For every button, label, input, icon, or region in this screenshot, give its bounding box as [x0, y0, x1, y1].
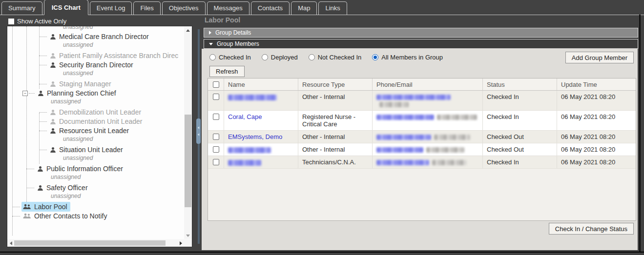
row-checkbox[interactable] — [213, 94, 219, 100]
tree-node-other-contacts-to-notify[interactable]: Other Contacts to Notify — [8, 212, 184, 220]
tree-node-documentation-unit-leader[interactable]: Documentation Unit Leader — [8, 117, 184, 126]
tab-summary[interactable]: Summary — [1, 1, 42, 15]
tree-node-content: Situation Unit Leader — [48, 145, 126, 155]
radio-deployed[interactable]: Deployed — [262, 54, 298, 61]
update-time-cell: 06 May 2021 08:20 — [557, 111, 636, 130]
tree-node-planning-section-chief[interactable]: −Planning Section Chief — [8, 89, 184, 98]
tree-node-situation-unit-leader[interactable]: Situation Unit Leader — [8, 145, 184, 154]
table-row: Other - InternalChecked In06 May 2021 08… — [208, 91, 636, 111]
tree-connector — [39, 37, 47, 37]
resource-type-cell: Other - Internal — [298, 131, 373, 143]
radio-button-icon[interactable] — [309, 54, 315, 60]
tree-node-safety-officer[interactable]: Safety Officer — [8, 183, 184, 192]
radio-button-icon[interactable] — [209, 54, 216, 60]
scroll-down-icon[interactable] — [184, 232, 192, 239]
status-cell: Checked In — [483, 156, 557, 168]
person-icon — [50, 118, 56, 125]
radio-not-checked-in[interactable]: Not Checked In — [309, 54, 362, 61]
chevron-down-icon — [209, 43, 213, 45]
tree-connector — [29, 93, 35, 94]
tree-node-staging-manager[interactable]: Staging Manager — [8, 79, 184, 88]
status-cell: Checked Out — [483, 143, 557, 156]
tab-files[interactable]: Files — [133, 1, 160, 15]
group-members-label: Group Members — [217, 40, 259, 47]
tree-node-content: Safety Officer — [36, 183, 91, 193]
tree-vertical-scrollbar[interactable] — [184, 27, 192, 239]
members-table-body: Other - InternalChecked In06 May 2021 08… — [208, 91, 636, 169]
tree-connector — [39, 56, 47, 56]
tab-contacts[interactable]: Contacts — [251, 1, 290, 15]
tree-node-label: Labor Pool — [34, 203, 67, 211]
group-members-section-header[interactable]: Group Members — [204, 39, 638, 49]
select-all-checkbox[interactable] — [213, 81, 219, 88]
table-row: Other - InternalChecked Out06 May 2021 0… — [208, 143, 636, 156]
add-group-member-button[interactable]: Add Group Member — [565, 52, 634, 63]
radio-button-icon[interactable] — [262, 54, 268, 60]
app-window: SummaryICS ChartEvent LogFilesObjectives… — [0, 0, 644, 255]
column-header-phone-email: Phone/Email — [373, 78, 483, 90]
redacted-member-name[interactable] — [228, 95, 277, 100]
member-name-link[interactable]: EMSystems, Demo — [228, 133, 282, 140]
splitter-collapse-handle[interactable] — [196, 118, 201, 144]
tree-node-content: Other Contacts to Notify — [21, 211, 110, 221]
group-icon — [23, 213, 31, 219]
row-checkbox[interactable] — [213, 146, 219, 153]
tree-node-labor-pool[interactable]: Labor Pool — [8, 202, 184, 211]
redacted-phone — [437, 115, 477, 120]
window-right-border — [639, 15, 641, 252]
member-filter-radios: Checked InDeployedNot Checked InAll Memb… — [209, 54, 443, 61]
labor-pool-panel: Labor Pool Group Details Group Members C… — [202, 15, 638, 251]
redacted-phone — [434, 135, 470, 140]
row-checkbox[interactable] — [213, 159, 219, 165]
scrollbar-corner — [184, 239, 192, 247]
group-details-label: Group Details — [215, 29, 251, 36]
tab-links[interactable]: Links — [318, 1, 347, 15]
tree-node-content: Staging Manager — [48, 79, 114, 89]
row-checkbox[interactable] — [213, 134, 219, 140]
resource-type-cell: Registered Nurse - Critical Care — [298, 111, 373, 130]
radio-all-members-in-group[interactable]: All Members in Group — [372, 54, 443, 61]
tree-node-sublabel: unassigned — [8, 174, 184, 181]
radio-button-icon[interactable] — [372, 54, 378, 60]
tree-node-resources-unit-leader[interactable]: Resources Unit Leader — [8, 126, 184, 135]
update-time-cell: 06 May 2021 08:20 — [557, 156, 636, 168]
tree-node-content: Security Branch Director — [48, 60, 136, 70]
panel-title: Labor Pool — [205, 16, 240, 24]
tree-connector — [39, 131, 47, 131]
tree-node-label: Patient Family Assistance Branch Direc — [59, 52, 178, 59]
collapse-left-icon — [198, 133, 200, 136]
tab-event-log[interactable]: Event Log — [90, 1, 132, 15]
tree-horizontal-scrollbar[interactable] — [7, 239, 184, 247]
group-details-section-header[interactable]: Group Details — [204, 28, 638, 38]
tree-node-medical-care-branch-director[interactable]: Medical Care Branch Director — [8, 32, 184, 41]
tree-node-content: Public Information Officer — [36, 164, 126, 174]
row-checkbox[interactable] — [213, 114, 219, 120]
column-header-update-time: Update Time — [557, 78, 636, 90]
radio-checked-in[interactable]: Checked In — [209, 54, 251, 61]
tab-ics-chart[interactable]: ICS Chart — [44, 0, 88, 15]
redacted-member-name[interactable] — [228, 160, 261, 166]
radio-label: All Members in Group — [381, 54, 443, 61]
show-active-only-checkbox[interactable] — [8, 19, 14, 24]
tree-vscroll-thumb[interactable] — [185, 115, 191, 207]
tree-node-content: Planning Section Chief — [36, 88, 119, 98]
scroll-right-icon[interactable] — [177, 239, 184, 247]
redacted-member-name[interactable] — [228, 147, 271, 153]
tab-messages[interactable]: Messages — [207, 1, 249, 15]
tree-hscroll-thumb[interactable] — [14, 240, 166, 246]
tab-map[interactable]: Map — [291, 1, 317, 15]
member-name-link[interactable]: Coral, Cape — [228, 113, 262, 120]
check-in-change-status-button[interactable]: Check In / Change Status — [549, 223, 634, 235]
tree-node-demobilization-unit-leader[interactable]: Demobilization Unit Leader — [8, 108, 184, 117]
tree-node-security-branch-director[interactable]: Security Branch Director — [8, 60, 184, 69]
refresh-button[interactable]: Refresh — [209, 66, 245, 77]
tree-connector — [26, 188, 34, 188]
tree-node-public-information-officer[interactable]: Public Information Officer — [8, 164, 184, 173]
collapse-minus-icon[interactable]: − — [22, 91, 28, 96]
tab-objectives[interactable]: Objectives — [162, 1, 206, 15]
tree-node-patient-family-assistance-branch-direc[interactable]: Patient Family Assistance Branch Direc — [8, 51, 184, 60]
tree-node-sublabel: unassigned — [8, 70, 184, 78]
tree-node-label: Other Contacts to Notify — [34, 212, 107, 220]
scroll-left-icon[interactable] — [7, 239, 14, 247]
scroll-up-icon[interactable] — [184, 27, 192, 34]
